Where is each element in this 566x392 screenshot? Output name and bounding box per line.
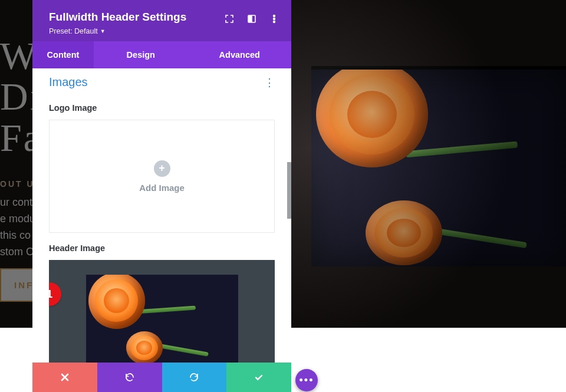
section-header-row: Images ⋮	[32, 74, 291, 93]
check-icon	[254, 373, 264, 382]
divi-fab-button[interactable]: •••	[295, 369, 318, 391]
preset-dropdown[interactable]: Preset: Default▼	[49, 27, 278, 35]
cancel-button[interactable]	[32, 363, 97, 392]
add-image-label: Add Image	[139, 183, 185, 193]
tab-content[interactable]: Content	[32, 41, 94, 68]
header-image-thumbnail	[86, 275, 238, 363]
settings-panel: Fullwidth Header Settings Preset: Defaul…	[32, 0, 291, 392]
svg-point-3	[274, 15, 275, 17]
panel-body: Images ⋮ Logo Image + Add Image Header I…	[32, 68, 291, 363]
tab-design[interactable]: Design	[94, 41, 188, 68]
flower-stem-icon	[156, 343, 209, 357]
flower-icon	[88, 275, 145, 329]
flower-icon	[126, 331, 163, 363]
upload-placeholder: + Add Image	[139, 160, 185, 193]
header-image-illustration	[311, 70, 566, 266]
kebab-menu-icon[interactable]	[263, 11, 285, 27]
close-icon	[60, 373, 70, 382]
redo-icon	[189, 372, 199, 383]
hero-body-text: ur cont e modu this co stom C	[0, 195, 35, 261]
preset-label: Preset: Default	[49, 27, 98, 35]
panel-tabs: Content Design Advanced	[32, 41, 291, 68]
expand-icon[interactable]	[218, 11, 241, 27]
ellipsis-icon: •••	[300, 374, 314, 387]
logo-image-label: Logo Image	[32, 93, 291, 120]
scrollbar-thumb[interactable]	[287, 162, 291, 219]
page-root: We Div Fa OUT U ur cont e modu this co s…	[0, 0, 566, 392]
redo-button[interactable]	[162, 363, 227, 392]
flower-stem-icon	[136, 306, 195, 314]
flower-stem-icon	[406, 141, 518, 158]
undo-icon	[124, 372, 135, 383]
header-image-preview[interactable]: 1	[49, 260, 275, 363]
snap-left-icon[interactable]	[241, 11, 263, 27]
flower-icon	[316, 66, 428, 167]
section-kebab-icon[interactable]: ⋮	[264, 76, 275, 89]
svg-rect-2	[249, 16, 252, 22]
chevron-down-icon: ▼	[100, 28, 106, 34]
flower-icon	[366, 200, 442, 265]
panel-header-actions	[218, 11, 285, 27]
tab-advanced[interactable]: Advanced	[188, 41, 291, 68]
panel-header: Fullwidth Header Settings Preset: Defaul…	[32, 0, 291, 41]
svg-point-4	[274, 18, 275, 20]
section-title-images[interactable]: Images	[49, 75, 88, 89]
flower-stem-icon	[427, 227, 526, 248]
header-image-label: Header Image	[32, 233, 291, 260]
save-button[interactable]	[226, 363, 291, 392]
step-badge: 1	[49, 282, 61, 306]
svg-point-5	[274, 21, 275, 23]
logo-image-upload[interactable]: + Add Image	[49, 120, 275, 233]
hero-header-image	[311, 66, 566, 266]
plus-icon: +	[154, 160, 170, 177]
hero-meta: OUT U	[0, 179, 35, 189]
undo-button[interactable]	[97, 363, 162, 392]
panel-action-bar	[32, 363, 291, 392]
